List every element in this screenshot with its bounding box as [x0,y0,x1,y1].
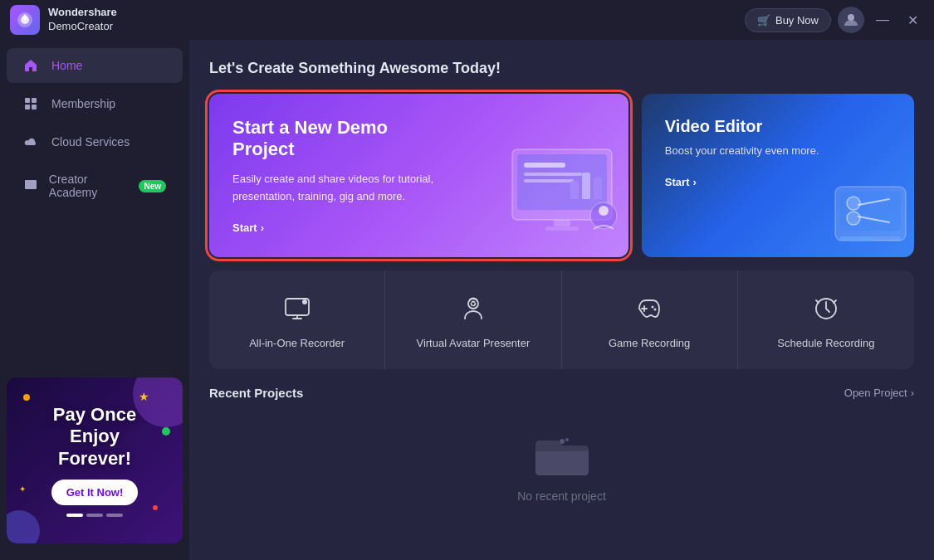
app-logo [10,5,40,35]
svg-point-37 [560,439,565,444]
monitor-record-icon [279,290,315,327]
svg-point-22 [847,197,860,210]
svg-rect-12 [524,179,574,183]
promo-progress-dots [66,514,123,517]
demo-project-card[interactable]: Start a New Demo Project Easily create a… [209,94,628,257]
video-editor-title: Video Editor [665,117,891,136]
avatar-icon [455,290,491,327]
new-badge: New [139,180,166,192]
cart-icon: 🛒 [757,14,770,27]
sidebar-item-membership[interactable]: Membership [7,86,183,121]
svg-rect-11 [524,173,582,176]
grid-icon [23,96,42,111]
content-area: Let's Create Something Awesome Today! St… [189,40,934,560]
promo-button[interactable]: Get It Now! [51,480,139,505]
svg-point-29 [302,299,307,304]
svg-rect-13 [570,181,579,199]
svg-rect-14 [582,173,590,199]
tool-avatar[interactable]: Virtual Avatar Presenter [385,270,561,369]
main-layout: Home Membership Cloud Services [0,40,934,560]
svg-rect-15 [594,178,602,199]
close-button[interactable]: ✕ [901,8,924,32]
svg-point-31 [471,302,475,306]
svg-point-38 [565,438,569,441]
titlebar: Wondershare DemoCreator 🛒 Buy Now — ✕ [0,0,934,40]
open-project-link[interactable]: Open Project › [844,387,914,399]
promo-banner[interactable]: ★ ✦ Pay Once Enjoy Forever! Get It Now! [7,377,183,543]
svg-rect-6 [32,105,37,110]
cloud-icon [23,134,42,149]
sidebar-home-label: Home [51,59,82,72]
svg-point-19 [599,206,609,216]
svg-rect-17 [545,226,579,231]
recent-projects-title: Recent Projects [209,386,303,400]
video-editor-arrow-icon: › [692,176,696,188]
svg-point-34 [652,306,654,309]
clock-icon [808,290,844,327]
svg-rect-16 [554,220,570,226]
monitor-icon [23,178,39,193]
tool-schedule[interactable]: Schedule Recording [738,270,914,369]
svg-rect-10 [524,163,565,168]
video-editor-card[interactable]: Video Editor Boost your creativity even … [642,94,914,257]
sidebar-academy-label: Creator Academy [49,173,126,199]
gamepad-icon [631,290,667,327]
demo-card-description: Easily create and share videos for tutor… [232,171,438,206]
sidebar: Home Membership Cloud Services [0,40,189,560]
demo-card-title: Start a New Demo Project [232,117,438,161]
tool-game[interactable]: Game Recording [562,270,738,369]
promo-text: Pay Once Enjoy Forever! [53,404,136,470]
svg-rect-7 [25,180,37,189]
user-avatar-button[interactable] [838,7,864,33]
svg-point-35 [654,309,657,311]
tool-avatar-label: Virtual Avatar Presenter [416,337,530,349]
demo-start-link[interactable]: Start › [232,222,438,234]
empty-state: No recent project [209,413,914,523]
app-name: Wondershare DemoCreator [48,6,117,34]
tool-all-in-one-label: All-in-One Recorder [249,337,345,349]
empty-state-text: No recent project [517,489,606,503]
tool-all-in-one[interactable]: All-in-One Recorder [209,270,385,369]
hero-cards-row: Start a New Demo Project Easily create a… [209,94,914,257]
svg-point-23 [847,212,860,225]
tool-game-label: Game Recording [609,337,690,349]
sidebar-cloud-label: Cloud Services [51,135,130,149]
recent-header: Recent Projects Open Project › [209,386,914,400]
page-title: Let's Create Something Awesome Today! [209,60,914,77]
svg-point-2 [848,14,854,21]
svg-rect-27 [840,236,873,241]
sidebar-item-home[interactable]: Home [7,48,183,83]
titlebar-right: 🛒 Buy Now — ✕ [745,7,924,33]
home-icon [23,58,42,73]
arrow-icon: › [261,222,264,234]
sidebar-item-creator-academy[interactable]: Creator Academy New [7,163,183,209]
video-editor-illustration [827,178,914,257]
titlebar-left: Wondershare DemoCreator [10,5,117,35]
sidebar-membership-label: Membership [51,97,115,110]
svg-rect-4 [32,98,37,103]
buy-now-button[interactable]: 🛒 Buy Now [745,8,831,32]
minimize-button[interactable]: — [871,8,894,32]
video-editor-description: Boost your creativity even more. [665,143,891,159]
empty-folder-icon [532,433,592,480]
tools-row: All-in-One Recorder Virtual Avatar Prese… [209,270,914,369]
demo-card-content: Start a New Demo Project Easily create a… [232,117,438,234]
tool-schedule-label: Schedule Recording [777,337,874,349]
open-project-arrow-icon: › [911,387,914,399]
demo-card-illustration [487,133,628,257]
svg-rect-3 [25,98,30,103]
svg-rect-5 [25,105,30,110]
sidebar-item-cloud-services[interactable]: Cloud Services [7,124,183,159]
